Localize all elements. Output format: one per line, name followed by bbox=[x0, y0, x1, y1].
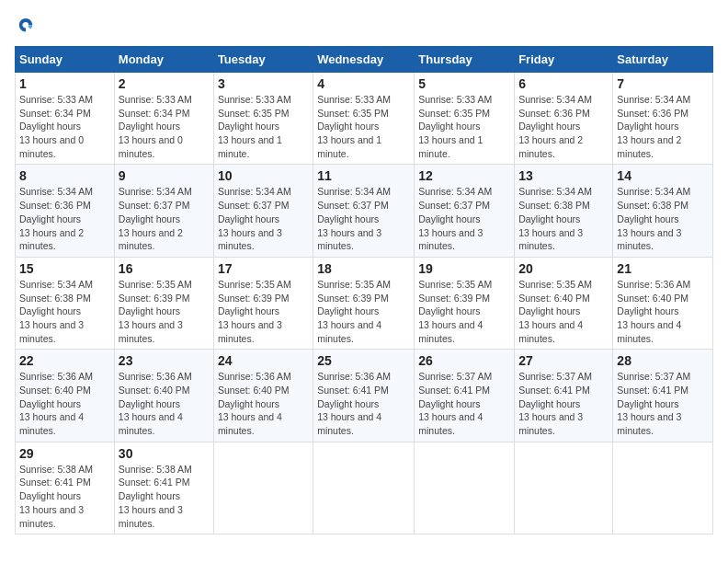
day-info: Sunrise: 5:34 AM Sunset: 6:36 PM Dayligh… bbox=[617, 93, 709, 160]
day-number: 2 bbox=[119, 76, 210, 91]
calendar-cell: 9 Sunrise: 5:34 AM Sunset: 6:37 PM Dayli… bbox=[114, 165, 213, 257]
day-number: 10 bbox=[218, 168, 309, 183]
day-info: Sunrise: 5:35 AM Sunset: 6:40 PM Dayligh… bbox=[518, 278, 609, 345]
day-number: 21 bbox=[617, 261, 709, 276]
calendar-cell: 14 Sunrise: 5:34 AM Sunset: 6:38 PM Dayl… bbox=[613, 165, 713, 257]
calendar-cell bbox=[613, 442, 713, 534]
calendar-cell: 15 Sunrise: 5:34 AM Sunset: 6:38 PM Dayl… bbox=[16, 257, 115, 349]
calendar-cell: 5 Sunrise: 5:33 AM Sunset: 6:35 PM Dayli… bbox=[415, 73, 515, 165]
day-number: 17 bbox=[218, 261, 309, 276]
day-number: 15 bbox=[19, 261, 110, 276]
day-info: Sunrise: 5:33 AM Sunset: 6:35 PM Dayligh… bbox=[317, 93, 410, 160]
day-number: 3 bbox=[218, 76, 309, 91]
day-info: Sunrise: 5:34 AM Sunset: 6:37 PM Dayligh… bbox=[317, 185, 410, 252]
day-info: Sunrise: 5:38 AM Sunset: 6:41 PM Dayligh… bbox=[119, 463, 210, 530]
calendar-cell: 27 Sunrise: 5:37 AM Sunset: 6:41 PM Dayl… bbox=[515, 350, 613, 442]
day-info: Sunrise: 5:36 AM Sunset: 6:40 PM Dayligh… bbox=[119, 370, 210, 437]
day-info: Sunrise: 5:34 AM Sunset: 6:38 PM Dayligh… bbox=[518, 185, 609, 252]
day-info: Sunrise: 5:34 AM Sunset: 6:36 PM Dayligh… bbox=[518, 93, 609, 160]
day-info: Sunrise: 5:33 AM Sunset: 6:34 PM Dayligh… bbox=[119, 93, 210, 160]
weekday-header-wednesday: Wednesday bbox=[313, 47, 415, 73]
calendar-cell: 2 Sunrise: 5:33 AM Sunset: 6:34 PM Dayli… bbox=[114, 73, 213, 165]
calendar-cell: 17 Sunrise: 5:35 AM Sunset: 6:39 PM Dayl… bbox=[213, 257, 313, 349]
weekday-header-tuesday: Tuesday bbox=[213, 47, 313, 73]
logo-icon bbox=[15, 15, 37, 37]
calendar-cell bbox=[313, 442, 415, 534]
weekday-header-saturday: Saturday bbox=[613, 47, 713, 73]
day-number: 4 bbox=[317, 76, 410, 91]
day-info: Sunrise: 5:36 AM Sunset: 6:41 PM Dayligh… bbox=[317, 370, 410, 437]
day-info: Sunrise: 5:33 AM Sunset: 6:35 PM Dayligh… bbox=[218, 93, 309, 160]
day-info: Sunrise: 5:34 AM Sunset: 6:38 PM Dayligh… bbox=[19, 278, 110, 345]
day-number: 29 bbox=[19, 446, 110, 461]
calendar-cell: 23 Sunrise: 5:36 AM Sunset: 6:40 PM Dayl… bbox=[114, 350, 213, 442]
day-number: 7 bbox=[617, 76, 709, 91]
calendar-cell: 4 Sunrise: 5:33 AM Sunset: 6:35 PM Dayli… bbox=[313, 73, 415, 165]
day-info: Sunrise: 5:34 AM Sunset: 6:38 PM Dayligh… bbox=[617, 185, 709, 252]
day-number: 26 bbox=[418, 353, 510, 368]
day-info: Sunrise: 5:34 AM Sunset: 6:37 PM Dayligh… bbox=[418, 185, 510, 252]
day-info: Sunrise: 5:37 AM Sunset: 6:41 PM Dayligh… bbox=[518, 370, 609, 437]
calendar-cell bbox=[213, 442, 313, 534]
calendar-cell: 29 Sunrise: 5:38 AM Sunset: 6:41 PM Dayl… bbox=[16, 442, 115, 534]
calendar-cell: 1 Sunrise: 5:33 AM Sunset: 6:34 PM Dayli… bbox=[16, 73, 115, 165]
day-info: Sunrise: 5:37 AM Sunset: 6:41 PM Dayligh… bbox=[418, 370, 510, 437]
day-info: Sunrise: 5:35 AM Sunset: 6:39 PM Dayligh… bbox=[418, 278, 510, 345]
day-number: 11 bbox=[317, 168, 410, 183]
week-row-1: 1 Sunrise: 5:33 AM Sunset: 6:34 PM Dayli… bbox=[16, 73, 713, 165]
day-info: Sunrise: 5:34 AM Sunset: 6:37 PM Dayligh… bbox=[218, 185, 309, 252]
day-number: 20 bbox=[518, 261, 609, 276]
day-info: Sunrise: 5:35 AM Sunset: 6:39 PM Dayligh… bbox=[317, 278, 410, 345]
week-row-4: 22 Sunrise: 5:36 AM Sunset: 6:40 PM Dayl… bbox=[16, 350, 713, 442]
day-number: 18 bbox=[317, 261, 410, 276]
day-number: 12 bbox=[418, 168, 510, 183]
day-number: 24 bbox=[218, 353, 309, 368]
weekday-header-row: SundayMondayTuesdayWednesdayThursdayFrid… bbox=[16, 47, 713, 73]
week-row-5: 29 Sunrise: 5:38 AM Sunset: 6:41 PM Dayl… bbox=[16, 442, 713, 534]
day-info: Sunrise: 5:36 AM Sunset: 6:40 PM Dayligh… bbox=[19, 370, 110, 437]
calendar-cell: 13 Sunrise: 5:34 AM Sunset: 6:38 PM Dayl… bbox=[515, 165, 613, 257]
day-number: 6 bbox=[518, 76, 609, 91]
day-number: 16 bbox=[119, 261, 210, 276]
calendar-cell: 28 Sunrise: 5:37 AM Sunset: 6:41 PM Dayl… bbox=[613, 350, 713, 442]
day-number: 22 bbox=[19, 353, 110, 368]
day-info: Sunrise: 5:38 AM Sunset: 6:41 PM Dayligh… bbox=[19, 463, 110, 530]
day-info: Sunrise: 5:35 AM Sunset: 6:39 PM Dayligh… bbox=[218, 278, 309, 345]
day-number: 13 bbox=[518, 168, 609, 183]
calendar-cell: 16 Sunrise: 5:35 AM Sunset: 6:39 PM Dayl… bbox=[114, 257, 213, 349]
day-number: 1 bbox=[19, 76, 110, 91]
calendar-cell: 11 Sunrise: 5:34 AM Sunset: 6:37 PM Dayl… bbox=[313, 165, 415, 257]
calendar-cell bbox=[415, 442, 515, 534]
calendar-cell: 7 Sunrise: 5:34 AM Sunset: 6:36 PM Dayli… bbox=[613, 73, 713, 165]
calendar-cell: 6 Sunrise: 5:34 AM Sunset: 6:36 PM Dayli… bbox=[515, 73, 613, 165]
day-number: 14 bbox=[617, 168, 709, 183]
calendar-cell: 3 Sunrise: 5:33 AM Sunset: 6:35 PM Dayli… bbox=[213, 73, 313, 165]
day-number: 19 bbox=[418, 261, 510, 276]
calendar-cell: 21 Sunrise: 5:36 AM Sunset: 6:40 PM Dayl… bbox=[613, 257, 713, 349]
calendar-cell: 8 Sunrise: 5:34 AM Sunset: 6:36 PM Dayli… bbox=[16, 165, 115, 257]
day-number: 30 bbox=[119, 446, 210, 461]
day-number: 5 bbox=[418, 76, 510, 91]
calendar-cell bbox=[515, 442, 613, 534]
weekday-header-monday: Monday bbox=[114, 47, 213, 73]
week-row-3: 15 Sunrise: 5:34 AM Sunset: 6:38 PM Dayl… bbox=[16, 257, 713, 349]
calendar-cell: 10 Sunrise: 5:34 AM Sunset: 6:37 PM Dayl… bbox=[213, 165, 313, 257]
calendar-cell: 24 Sunrise: 5:36 AM Sunset: 6:40 PM Dayl… bbox=[213, 350, 313, 442]
weekday-header-thursday: Thursday bbox=[415, 47, 515, 73]
week-row-2: 8 Sunrise: 5:34 AM Sunset: 6:36 PM Dayli… bbox=[16, 165, 713, 257]
weekday-header-sunday: Sunday bbox=[16, 47, 115, 73]
calendar-cell: 20 Sunrise: 5:35 AM Sunset: 6:40 PM Dayl… bbox=[515, 257, 613, 349]
day-info: Sunrise: 5:34 AM Sunset: 6:37 PM Dayligh… bbox=[119, 185, 210, 252]
day-number: 9 bbox=[119, 168, 210, 183]
day-info: Sunrise: 5:35 AM Sunset: 6:39 PM Dayligh… bbox=[119, 278, 210, 345]
day-number: 25 bbox=[317, 353, 410, 368]
calendar-table: SundayMondayTuesdayWednesdayThursdayFrid… bbox=[15, 46, 713, 534]
calendar-cell: 19 Sunrise: 5:35 AM Sunset: 6:39 PM Dayl… bbox=[415, 257, 515, 349]
day-info: Sunrise: 5:33 AM Sunset: 6:34 PM Dayligh… bbox=[19, 93, 110, 160]
calendar-cell: 12 Sunrise: 5:34 AM Sunset: 6:37 PM Dayl… bbox=[415, 165, 515, 257]
day-number: 8 bbox=[19, 168, 110, 183]
logo bbox=[15, 15, 40, 37]
day-info: Sunrise: 5:36 AM Sunset: 6:40 PM Dayligh… bbox=[617, 278, 709, 345]
day-info: Sunrise: 5:34 AM Sunset: 6:36 PM Dayligh… bbox=[19, 185, 110, 252]
day-info: Sunrise: 5:36 AM Sunset: 6:40 PM Dayligh… bbox=[218, 370, 309, 437]
